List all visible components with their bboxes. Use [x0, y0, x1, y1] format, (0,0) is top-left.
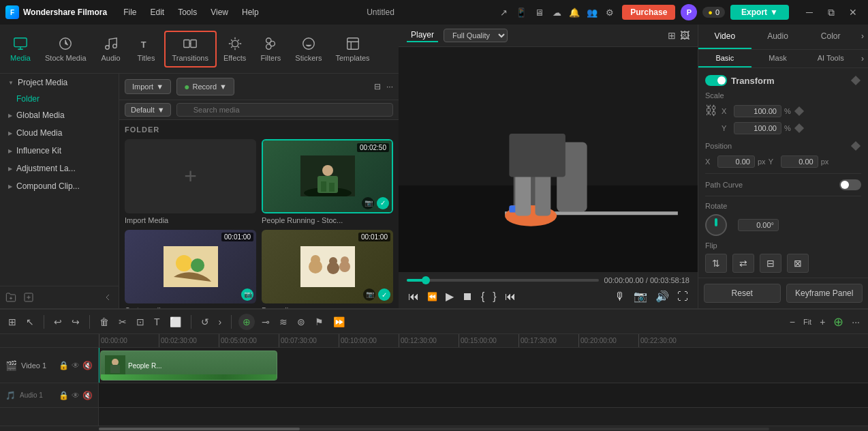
menu-tools[interactable]: Tools — [172, 6, 202, 18]
import-thumb[interactable]: + — [125, 139, 256, 213]
cut-button[interactable]: ✂ — [116, 314, 129, 329]
menu-file[interactable]: File — [118, 6, 142, 18]
menu-view[interactable]: View — [205, 6, 234, 18]
toolbar-audio[interactable]: Audio — [93, 32, 129, 66]
people-icon[interactable]: 👥 — [585, 5, 599, 19]
more-button[interactable]: ··· — [386, 82, 393, 91]
mark-out-button[interactable]: } — [491, 289, 497, 304]
zoom-fit-button[interactable]: Fit — [801, 316, 814, 328]
sub-tab-basic[interactable]: Basic — [698, 50, 751, 68]
mirror-v-button[interactable]: ⊟ — [760, 254, 781, 273]
transform-diamond[interactable] — [850, 75, 861, 86]
stop-button[interactable]: ⏹ — [461, 289, 474, 304]
avatar[interactable]: P — [681, 4, 697, 20]
reset-button[interactable]: Reset — [704, 284, 781, 303]
sidebar-folder-item[interactable]: Folder — [0, 91, 119, 106]
running-thumb[interactable]: 00:02:50 📷 ↓ ✓ — [262, 139, 393, 213]
purchase-button[interactable]: Purchase — [622, 5, 675, 20]
add-track-button[interactable]: ⊕ — [831, 312, 846, 331]
tab-video[interactable]: Video — [698, 25, 751, 49]
track-eye-icon-a[interactable]: 👁 — [72, 391, 80, 400]
frame-back-button[interactable]: ⏪ — [426, 291, 439, 303]
toolbar-titles[interactable]: T Titles — [129, 32, 164, 66]
video-clip-running[interactable]: People R... — [100, 351, 277, 381]
seekbar-track[interactable] — [407, 279, 599, 282]
sub-tab-mask[interactable]: Mask — [751, 50, 805, 68]
add-file-icon[interactable] — [20, 289, 37, 306]
track-mute-icon[interactable]: 🔇 — [82, 361, 93, 370]
transform-toggle[interactable] — [705, 75, 727, 86]
close-button[interactable]: ✕ — [843, 5, 863, 19]
toolbar-transitions[interactable]: Transitions — [164, 31, 217, 68]
tab-player[interactable]: Player — [407, 29, 438, 42]
restore-button[interactable]: ⧉ — [822, 5, 841, 19]
audio-stretch-button[interactable]: ≋ — [277, 314, 290, 329]
speed-button[interactable]: ⏩ — [330, 314, 347, 329]
path-curve-toggle[interactable] — [839, 179, 861, 190]
settings-icon[interactable]: ⚙ — [603, 5, 617, 19]
tab-audio[interactable]: Audio — [751, 25, 805, 49]
audio-button[interactable]: 🔊 — [654, 288, 670, 304]
tl-settings-button[interactable]: ··· — [849, 314, 863, 329]
mark-in-button[interactable]: { — [480, 289, 486, 304]
share-icon[interactable]: ↗ — [497, 5, 510, 19]
keyframe-panel-button[interactable]: Keyframe Panel — [786, 284, 863, 303]
undo-button[interactable]: ↩ — [51, 314, 65, 329]
collapse-icon[interactable] — [99, 289, 116, 306]
menu-edit[interactable]: Edit — [144, 6, 170, 18]
toolbar-filters[interactable]: Filters — [253, 32, 288, 66]
track-eye-icon[interactable]: 👁 — [72, 361, 80, 370]
sidebar-item-global-media[interactable]: ▶ Global Media — [0, 106, 119, 124]
dogs-thumb[interactable]: 00:01:00 📷 ↓ ✓ — [262, 230, 393, 304]
scrollbar-thumb[interactable] — [99, 428, 300, 430]
device-icon[interactable]: 📱 — [514, 5, 528, 19]
voiceover-button[interactable]: 🎙 — [613, 289, 627, 304]
scale-y-diamond[interactable] — [794, 123, 805, 134]
sidebar-item-influence-kit[interactable]: ▶ Influence Kit — [0, 142, 119, 160]
scale-x-input[interactable] — [734, 105, 781, 117]
sidebar-item-cloud-media[interactable]: ▶ Cloud Media — [0, 124, 119, 142]
sub-tab-ai-tools[interactable]: AI Tools — [804, 50, 857, 68]
position-diamond[interactable] — [850, 140, 861, 151]
add-folder-icon[interactable] — [3, 289, 19, 306]
mirror-h-button[interactable]: ⊠ — [787, 254, 809, 273]
sort-dropdown[interactable]: Default ▼ — [125, 103, 171, 117]
record-button[interactable]: ● Record ▼ — [176, 78, 234, 95]
media-icon[interactable]: 🖥 — [532, 5, 546, 19]
pos-x-input[interactable] — [717, 155, 755, 168]
import-button[interactable]: Import ▼ — [125, 79, 171, 94]
cloud-icon[interactable]: ☁ — [550, 5, 563, 19]
scale-x-diamond[interactable] — [794, 106, 805, 117]
layout-button[interactable]: ⊞ — [5, 314, 19, 329]
sidebar-item-compound[interactable]: ▶ Compound Clip... — [0, 177, 119, 195]
menu-help[interactable]: Help — [236, 6, 264, 18]
zoom-out-button[interactable]: − — [787, 314, 798, 329]
clip-mode-button[interactable]: ⊚ — [294, 314, 308, 329]
bell-icon[interactable]: 🔔 — [568, 5, 581, 19]
tab-more[interactable]: › — [857, 25, 868, 49]
quality-select[interactable]: Full Quality — [444, 29, 508, 42]
tab-color[interactable]: Color — [804, 25, 857, 49]
snapshot-button[interactable]: 📷 — [632, 288, 649, 304]
flip-v-button[interactable]: ⇅ — [705, 254, 727, 273]
minimize-button[interactable]: ─ — [800, 5, 819, 19]
track-lock-icon-a[interactable]: 🔒 — [59, 391, 69, 400]
fullscreen-button[interactable]: ⛶ — [676, 289, 689, 304]
shape-button[interactable]: ⬜ — [167, 314, 184, 329]
marker-button[interactable]: ⚑ — [312, 314, 326, 329]
flip-h-button[interactable]: ⇄ — [732, 254, 754, 273]
grid-icon[interactable]: ⊞ — [668, 30, 676, 41]
cartoon-thumb[interactable]: 00:01:00 📷 ✓ — [125, 230, 256, 304]
rotate-dial[interactable] — [705, 214, 727, 236]
image-icon[interactable]: 🖼 — [680, 30, 689, 41]
scale-y-input[interactable] — [734, 122, 781, 134]
play-button[interactable]: ▶ — [444, 288, 455, 304]
sub-tab-more[interactable]: › — [857, 50, 868, 68]
crop-button[interactable]: ⊡ — [134, 314, 147, 329]
filter-button[interactable]: ⊟ — [374, 82, 381, 91]
toolbar-stock[interactable]: Stock Media — [38, 32, 93, 66]
toolbar-effects[interactable]: Effects — [217, 32, 253, 66]
more-tl-button[interactable]: › — [216, 314, 225, 329]
sidebar-item-adjustment[interactable]: ▶ Adjustment La... — [0, 160, 119, 177]
reverse-button[interactable]: ↺ — [198, 314, 212, 329]
